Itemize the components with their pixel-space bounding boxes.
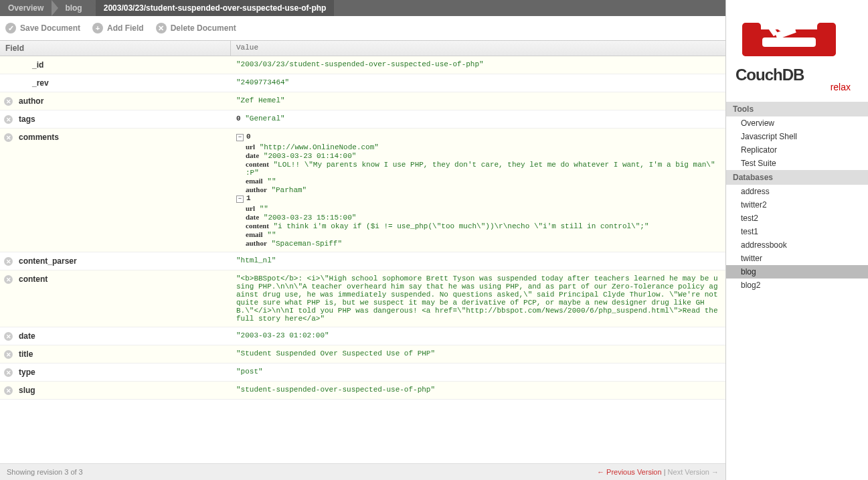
tools-heading: Tools bbox=[726, 102, 868, 116]
header-field: Field bbox=[0, 41, 231, 56]
remove-field-icon[interactable]: ✕ bbox=[4, 257, 13, 266]
field-value[interactable]: −0url "http://www.OnlineNode.com"date "2… bbox=[231, 129, 725, 252]
delete-label: Delete Document bbox=[171, 23, 236, 33]
database-item[interactable]: blog bbox=[726, 265, 868, 278]
field-value[interactable]: "Zef Hemel" bbox=[231, 92, 725, 110]
main-panel: Overview blog 2003/03/23/student-suspend… bbox=[0, 0, 726, 480]
tools-item[interactable]: Replicator bbox=[726, 143, 868, 157]
table-row: ✕tags 0 "General" bbox=[0, 110, 725, 129]
plus-icon: + bbox=[92, 23, 103, 33]
save-label: Save Document bbox=[20, 23, 80, 33]
save-document-button[interactable]: ✓ Save Document bbox=[5, 23, 80, 33]
document-table: Field Value _id "2003/03/23/student-susp… bbox=[0, 41, 725, 463]
table-row: ✕date "2003-03-23 01:02:00" bbox=[0, 327, 725, 345]
table-row: ✕author "Zef Hemel" bbox=[0, 92, 725, 110]
header-value: Value bbox=[231, 41, 725, 56]
table-row: ✕comments −0url "http://www.OnlineNode.c… bbox=[0, 129, 725, 252]
database-item[interactable]: test1 bbox=[726, 225, 868, 238]
database-item[interactable]: twitter2 bbox=[726, 198, 868, 212]
svg-rect-1 bbox=[742, 23, 761, 56]
field-name[interactable]: author bbox=[19, 96, 44, 106]
databases-heading: Databases bbox=[726, 170, 868, 185]
field-name[interactable]: tags bbox=[19, 114, 35, 124]
next-version-link: Next Version → bbox=[668, 468, 719, 476]
sidebar: CouchDB relax Tools OverviewJavascript S… bbox=[726, 0, 868, 480]
field-name[interactable]: comments bbox=[19, 133, 59, 142]
breadcrumb-doc: 2003/03/23/student-suspended-over-suspec… bbox=[96, 0, 335, 16]
field-value[interactable]: "<b>BBSpot</b>: <i>\"High school sophomo… bbox=[231, 270, 725, 327]
remove-field-icon[interactable]: ✕ bbox=[4, 115, 13, 124]
table-row: ✕slug "student-suspended-over-suspected-… bbox=[0, 382, 725, 400]
add-label: Add Field bbox=[107, 23, 144, 33]
field-value[interactable]: "html_nl" bbox=[231, 252, 725, 270]
database-item[interactable]: test2 bbox=[726, 212, 868, 225]
check-icon: ✓ bbox=[5, 23, 16, 33]
table-row: ✕content_parser "html_nl" bbox=[0, 252, 725, 270]
footer: Showing revision 3 of 3 ← Previous Versi… bbox=[0, 463, 725, 480]
remove-field-icon[interactable]: ✕ bbox=[4, 332, 13, 341]
table-row: ✕type "post" bbox=[0, 364, 725, 382]
field-value[interactable]: "post" bbox=[231, 364, 725, 381]
database-item[interactable]: blog2 bbox=[726, 278, 868, 292]
table-row: ✕title "Student Suspended Over Suspected… bbox=[0, 345, 725, 364]
table-row: _id "2003/03/23/student-suspended-over-s… bbox=[0, 56, 725, 74]
field-value[interactable]: "2003-03-23 01:02:00" bbox=[231, 327, 725, 345]
remove-field-icon[interactable]: ✕ bbox=[4, 368, 13, 377]
remove-field-icon[interactable]: ✕ bbox=[4, 97, 13, 106]
logo: CouchDB relax bbox=[726, 0, 868, 102]
database-item[interactable]: addressbook bbox=[726, 238, 868, 252]
field-value[interactable]: "student-suspended-over-suspected-use-of… bbox=[231, 382, 725, 399]
field-name[interactable]: slug bbox=[19, 386, 35, 395]
tools-list: OverviewJavascript ShellReplicatorTest S… bbox=[726, 116, 868, 170]
revision-text: Showing revision 3 of 3 bbox=[7, 468, 83, 476]
field-value[interactable]: "2003/03/23/student-suspended-over-suspe… bbox=[231, 56, 725, 74]
field-name[interactable]: _rev bbox=[19, 78, 49, 88]
collapse-icon[interactable]: − bbox=[236, 195, 244, 203]
svg-rect-2 bbox=[817, 23, 836, 56]
tools-item[interactable]: Test Suite bbox=[726, 157, 868, 170]
previous-version-link[interactable]: ← Previous Version bbox=[597, 468, 662, 476]
field-name[interactable]: content_parser bbox=[19, 256, 77, 266]
remove-field-icon[interactable]: ✕ bbox=[4, 350, 13, 359]
breadcrumb-overview[interactable]: Overview bbox=[0, 0, 52, 16]
collapse-icon[interactable]: − bbox=[236, 134, 244, 141]
field-name[interactable]: _id bbox=[19, 60, 44, 70]
field-name[interactable]: date bbox=[19, 331, 35, 341]
x-icon: ✕ bbox=[156, 23, 167, 33]
field-value[interactable]: "Student Suspended Over Suspected Use of… bbox=[231, 345, 725, 363]
table-row: _rev "2409773464" bbox=[0, 74, 725, 92]
field-name[interactable]: title bbox=[19, 349, 33, 359]
remove-field-icon[interactable]: ✕ bbox=[4, 133, 13, 142]
tools-item[interactable]: Overview bbox=[726, 116, 868, 130]
field-value[interactable]: "2409773464" bbox=[231, 74, 725, 92]
table-row: ✕content "<b>BBSpot</b>: <i>\"High schoo… bbox=[0, 270, 725, 327]
svg-rect-3 bbox=[762, 37, 816, 47]
couchdb-logo-icon bbox=[735, 9, 849, 63]
breadcrumb: Overview blog 2003/03/23/student-suspend… bbox=[0, 0, 725, 16]
toolbar: ✓ Save Document + Add Field ✕ Delete Doc… bbox=[0, 16, 725, 41]
add-field-button[interactable]: + Add Field bbox=[92, 23, 144, 33]
field-name[interactable]: type bbox=[19, 368, 35, 377]
field-value[interactable]: 0 "General" bbox=[231, 110, 725, 128]
remove-field-icon[interactable]: ✕ bbox=[4, 275, 13, 284]
database-item[interactable]: address bbox=[726, 185, 868, 198]
remove-field-icon[interactable]: ✕ bbox=[4, 386, 13, 395]
tools-item[interactable]: Javascript Shell bbox=[726, 130, 868, 143]
delete-document-button[interactable]: ✕ Delete Document bbox=[156, 23, 236, 33]
table-header: Field Value bbox=[0, 41, 725, 56]
breadcrumb-db[interactable]: blog bbox=[57, 0, 90, 16]
database-item[interactable]: twitter bbox=[726, 252, 868, 265]
databases-list: addresstwitter2test2test1addressbooktwit… bbox=[726, 185, 868, 292]
field-name[interactable]: content bbox=[19, 274, 48, 284]
